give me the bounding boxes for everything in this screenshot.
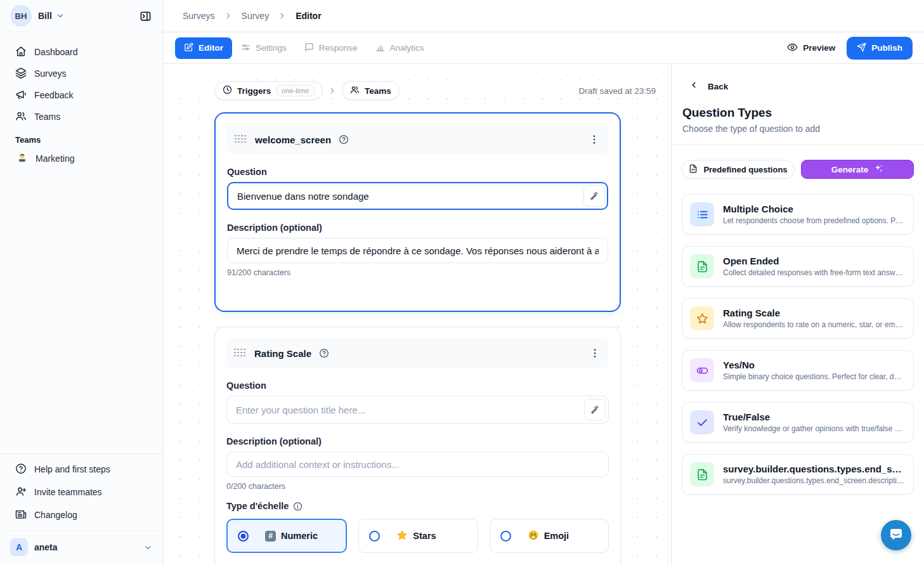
question-card-rating-scale[interactable]: Rating Scale ⋮ Question Description (opt… [214, 327, 621, 565]
question-types-panel: Back Question Types Choose the type of q… [671, 64, 924, 565]
description-input[interactable] [226, 451, 609, 477]
send-icon [857, 42, 866, 54]
predefined-questions-button[interactable]: Predefined questions [682, 160, 795, 179]
breadcrumb-survey[interactable]: Survey [242, 11, 270, 21]
scale-option-label: Numeric [281, 531, 318, 541]
file-code-icon [689, 164, 698, 175]
toolbar-actions: Preview Publish [787, 37, 913, 60]
question-field-label: Question [227, 167, 608, 177]
scale-type-label-text: Type d'échelle [226, 501, 289, 511]
more-options-icon[interactable]: ⋮ [590, 348, 600, 358]
triggers-chip[interactable]: Triggers one-time [214, 81, 323, 100]
breadcrumb: Surveys Survey Editor [164, 0, 924, 32]
newspaper-icon [15, 509, 27, 522]
tab-label: Response [319, 43, 358, 53]
radio-unselected[interactable] [369, 531, 380, 542]
type-card-true-false[interactable]: True/False Verify knowledge or gather op… [682, 402, 914, 443]
triggers-label: Triggers [237, 86, 271, 96]
scale-option-label: Emoji [544, 531, 569, 541]
type-card-rating-scale[interactable]: Rating Scale Allow respondents to rate o… [682, 298, 914, 339]
question-title-input[interactable] [227, 182, 608, 210]
breadcrumb-surveys[interactable]: Surveys [183, 11, 215, 21]
sidebar-item-help[interactable]: Help and first steps [5, 458, 158, 481]
back-button[interactable]: Back [672, 64, 924, 92]
megaphone-icon [15, 89, 27, 102]
sidebar: BH Bill Dashboard Surveys Feedback [0, 0, 164, 565]
info-circle-icon[interactable] [293, 502, 303, 511]
sidebar-item-label: Surveys [34, 68, 67, 79]
generate-label: Generate [831, 165, 869, 174]
type-title: survey.builder.questions.types.end_scr..… [723, 464, 904, 474]
scale-option-numeric[interactable]: # Numeric [226, 519, 347, 553]
sidebar-item-team-marketing[interactable]: Marketing [5, 147, 158, 170]
type-description: Allow respondents to rate on a numeric, … [723, 320, 904, 329]
type-card-end-screen[interactable]: survey.builder.questions.types.end_scr..… [682, 454, 914, 495]
app-root: BH Bill Dashboard Surveys Feedback [0, 0, 924, 565]
type-card-yes-no[interactable]: Yes/No Simple binary choice questions. P… [682, 350, 914, 391]
tab-response[interactable]: Response [296, 37, 367, 59]
scale-option-emoji[interactable]: Emoji [490, 519, 609, 553]
type-description: Let respondents choose from predefined o… [723, 216, 904, 225]
chevron-right-icon [224, 11, 233, 20]
sidebar-item-label: Changelog [34, 510, 77, 520]
publish-button[interactable]: Publish [847, 37, 913, 60]
sidebar-item-label: Teams [34, 112, 60, 122]
scale-option-stars[interactable]: Stars [358, 519, 478, 553]
list-icon [690, 202, 714, 226]
workspace-name: Bill [38, 11, 52, 21]
chevron-down-icon [56, 11, 65, 20]
editor-toolbar: Editor Settings Response Analytics Previ… [164, 32, 924, 64]
description-field-label: Description (optional) [227, 223, 608, 233]
magic-wand-button[interactable] [584, 399, 606, 420]
chat-bubble-icon [888, 526, 904, 544]
teams-chip[interactable]: Teams [342, 81, 400, 100]
radio-selected[interactable] [238, 531, 249, 542]
preview-button[interactable]: Preview [787, 42, 835, 55]
help-circle-icon [15, 463, 27, 476]
editor-content: Triggers one-time Teams Draft saved at 2… [164, 64, 924, 565]
sidebar-item-invite[interactable]: Invite teammates [5, 481, 158, 503]
star-emoji-icon [396, 529, 408, 543]
char-count: 91/200 characters [227, 268, 608, 277]
workspace-switcher[interactable]: BH Bill [0, 0, 163, 32]
type-description: Simple binary choice questions. Perfect … [723, 372, 904, 381]
sliders-icon [241, 42, 251, 54]
description-field-label: Description (optional) [226, 436, 609, 446]
preview-label: Preview [803, 43, 835, 53]
account-name: aneta [34, 542, 58, 552]
magic-wand-button[interactable] [583, 185, 605, 207]
layers-icon [15, 67, 27, 81]
type-card-open-ended[interactable]: Open Ended Collect detailed responses wi… [682, 246, 914, 287]
tab-editor[interactable]: Editor [175, 37, 232, 59]
chevron-right-icon [328, 86, 337, 95]
type-card-multiple-choice[interactable]: Multiple Choice Let respondents choose f… [682, 194, 914, 235]
tab-analytics[interactable]: Analytics [367, 37, 433, 59]
sidebar-collapse-button[interactable] [136, 7, 154, 25]
main-area: Surveys Survey Editor Editor Settings Re… [164, 0, 924, 565]
question-title-input[interactable] [226, 396, 609, 424]
sidebar-item-changelog[interactable]: Changelog [5, 503, 158, 526]
sidebar-item-feedback[interactable]: Feedback [5, 84, 158, 106]
more-options-icon[interactable]: ⋮ [589, 134, 599, 145]
sidebar-item-teams[interactable]: Teams [5, 106, 158, 127]
tab-label: Analytics [390, 43, 424, 53]
clock-icon [223, 85, 232, 96]
help-circle-icon[interactable] [319, 348, 329, 358]
panel-subtitle: Choose the type of question to add [672, 120, 924, 145]
drag-handle-icon[interactable] [234, 349, 247, 358]
chevron-right-icon [278, 11, 287, 20]
help-circle-icon[interactable] [339, 134, 349, 145]
sidebar-item-dashboard[interactable]: Dashboard [5, 41, 158, 63]
generate-button[interactable]: Generate [801, 160, 914, 179]
question-card-welcome-screen[interactable]: welcome_screen ⋮ Question Description (o… [214, 112, 621, 312]
drag-handle-icon[interactable] [235, 135, 247, 145]
account-menu[interactable]: A aneta [5, 536, 158, 559]
toggle-icon [690, 358, 714, 382]
chat-launcher-button[interactable] [881, 520, 911, 550]
team-label: Marketing [36, 153, 74, 164]
users-icon [350, 85, 360, 96]
description-input[interactable] [227, 238, 608, 263]
radio-unselected[interactable] [500, 531, 511, 542]
sidebar-item-surveys[interactable]: Surveys [5, 63, 158, 84]
tab-settings[interactable]: Settings [232, 37, 296, 59]
